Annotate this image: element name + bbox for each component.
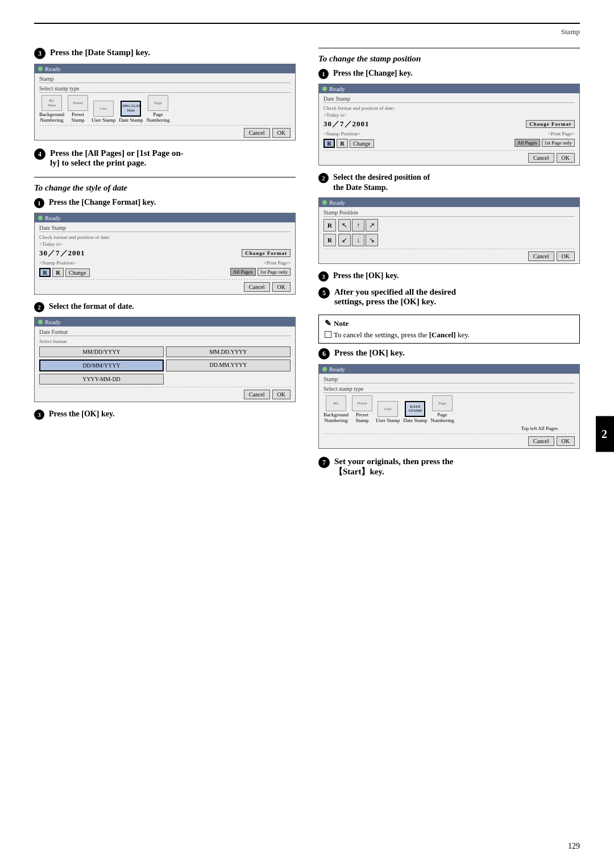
- change-btn1[interactable]: Change: [65, 268, 90, 277]
- step4-block: 4 Press the [All Pages] or [1st Page on-…: [34, 148, 296, 168]
- right-sub2-text: Select the desired position ofthe Date S…: [333, 172, 430, 193]
- right-sub2: 2 Select the desired position ofthe Date…: [318, 172, 580, 193]
- arrow-topright[interactable]: ↗: [366, 219, 378, 232]
- sub-step1-text: Press the [Change Format] key.: [49, 197, 156, 208]
- date-stamp-content1: Date Stamp Check format and position of …: [39, 225, 291, 277]
- spa-r-label1: R: [323, 219, 336, 232]
- step4-number: 4: [34, 148, 45, 160]
- fmt-dd-dot-mm-yyyy[interactable]: DD.MM.YYYY: [166, 359, 291, 371]
- right-sub1-num: 1: [318, 69, 329, 79]
- dsp-1st-page[interactable]: 1st Page only: [542, 139, 575, 147]
- ready-dot3: [38, 320, 43, 324]
- stamp-ok-btn[interactable]: OK: [272, 128, 291, 138]
- fmt-mm-dd-yyyy[interactable]: MM/DD/YYYY: [39, 346, 164, 357]
- user-stamp-icon2: User User Stamp: [376, 401, 400, 423]
- fmt-mm-dot-dd-yyyy[interactable]: MM.DD.YYYY: [166, 346, 291, 357]
- ds-ok-btn1[interactable]: OK: [272, 282, 291, 292]
- arrow-down[interactable]: ↓: [352, 234, 364, 246]
- stamp-selection-dialog2: Ready Stamp Select stamp type BG Backgro…: [318, 364, 580, 449]
- format-grid: MM/DD/YYYY MM.DD.YYYY DD/MM/YYYY DD.MM.Y…: [39, 346, 291, 385]
- dsp-r-active: R: [323, 139, 335, 148]
- stamp-dialog2-title: Ready: [319, 365, 579, 374]
- note-text: To cancel the settings, press the [Cance…: [334, 330, 470, 340]
- spa-rows: R ↖ ↑ ↗ R ↙ ↓ ↘: [323, 219, 378, 246]
- right-top-divider: [318, 48, 580, 48]
- arrow-up[interactable]: ↑: [352, 219, 364, 232]
- ds-date1: 30／7／2001 Change Format: [39, 248, 291, 258]
- arrow-botleft[interactable]: ↙: [338, 234, 351, 246]
- dsp-change-btn[interactable]: Change: [350, 139, 374, 148]
- ready-indicator: [38, 67, 43, 71]
- spa-arrows1: ↖ ↑ ↗: [338, 219, 378, 232]
- ready-label3: Ready: [45, 319, 61, 325]
- ds-check1: Check format and position of date:: [39, 234, 291, 240]
- note-icon: ✎: [325, 319, 331, 328]
- right-sub1-text: Press the [Change] key.: [333, 68, 413, 78]
- r-buttons1: R R Change: [39, 268, 90, 277]
- stamp-cancel-btn[interactable]: Cancel: [244, 128, 270, 138]
- stamp2-cancel-btn[interactable]: Cancel: [528, 436, 554, 446]
- arrow-topleft[interactable]: ↖: [338, 219, 351, 232]
- sub-step2-text: Select the format of date.: [49, 301, 134, 312]
- stamp2-ok-btn[interactable]: OK: [557, 436, 575, 446]
- dsp-change-fmt-btn[interactable]: Change Format: [526, 120, 575, 128]
- note-suffix: key.: [456, 330, 470, 339]
- page-btns1: All Pages 1st Page only: [230, 268, 291, 276]
- dsp-ok-btn[interactable]: OK: [557, 153, 575, 163]
- right-column: To change the stamp position 1 Press the…: [318, 48, 580, 485]
- step3-heading: 3 Press the [Date Stamp] key.: [34, 48, 296, 59]
- note-cancel-word: [Cancel]: [429, 330, 456, 339]
- dsp-btns: Cancel OK: [323, 150, 575, 163]
- step7-block: 7 Set your originals, then press the 【St…: [318, 457, 580, 477]
- stamp-icons-row2: BG BackgroundNumbering Preset PresetStam…: [323, 395, 575, 423]
- all-pages-btn1[interactable]: All Pages: [230, 268, 256, 276]
- sub-step1: 1 Press the [Change Format] key.: [34, 197, 296, 208]
- dsp-check: Check format and position of date:: [323, 105, 575, 111]
- step4-heading: 4 Press the [All Pages] or [1st Page on-…: [34, 148, 296, 168]
- print-page-label1: <Print Page>: [264, 260, 291, 266]
- change-style-heading: To change the style of date: [34, 183, 296, 193]
- dsp-all-pages[interactable]: All Pages: [515, 139, 540, 147]
- sub-step3: 3 Press the [OK] key.: [34, 409, 296, 420]
- format-ok-btn[interactable]: OK: [272, 390, 291, 399]
- stamp-pos-label1: <Stamp Position>: [39, 260, 76, 266]
- note-box: ✎ Note To cancel the settings, press the…: [318, 315, 580, 344]
- stamp-dialog-buttons: Cancel OK: [39, 125, 291, 138]
- format-cancel-btn[interactable]: Cancel: [244, 390, 270, 399]
- date-stamp-icon: 2001.12.24Date Date Stamp: [119, 101, 143, 123]
- page-number: 129: [568, 842, 580, 851]
- ready-dot-r1: [322, 86, 327, 91]
- spa-cancel-btn[interactable]: Cancel: [528, 251, 554, 261]
- page-num-label: PageNumbering: [147, 111, 170, 123]
- note-label: Note: [334, 319, 349, 328]
- step5-text: After you specified all the desired sett…: [334, 287, 456, 307]
- ds-today1: <Today is>: [39, 241, 291, 247]
- ready-dot-r3: [322, 367, 327, 371]
- 1st-page-btn1[interactable]: 1st Page only: [258, 268, 291, 276]
- spa-arrows2: ↙ ↓ ↘: [338, 234, 378, 246]
- right-sub1: 1 Press the [Change] key.: [318, 68, 580, 79]
- dsp-print-label: <Print Page>: [548, 131, 575, 137]
- arrow-botright[interactable]: ↘: [366, 234, 378, 246]
- spa-title: Ready: [319, 198, 579, 207]
- user-stamp-icon: User User Stamp: [92, 101, 115, 123]
- step4-text: Press the [All Pages] or [1st Page on- l…: [50, 148, 184, 168]
- stamp2-type-label: Stamp: [323, 376, 575, 383]
- date-stamp-icon2: DATESTAMP Date Stamp: [403, 401, 427, 423]
- top-divider: [34, 23, 580, 24]
- pos-controls1: R R Change All Pages 1st Page only: [39, 267, 291, 277]
- stamp-dialog-title: Ready: [35, 64, 295, 73]
- date-stamp-img2: DATESTAMP: [405, 401, 425, 417]
- ds-cancel-btn1[interactable]: Cancel: [244, 282, 270, 292]
- step3-text: Press the [Date Stamp] key.: [50, 48, 150, 57]
- dsp-cancel-btn[interactable]: Cancel: [528, 153, 554, 163]
- date-format-title1: Ready: [35, 213, 295, 222]
- fmt-dd-mm-yyyy[interactable]: DD/MM/YYYY: [39, 359, 164, 371]
- dsp-controls: R R Change All Pages 1st Page only: [323, 138, 575, 148]
- change-format-btn1[interactable]: Change Format: [242, 249, 291, 257]
- spa-ok-btn[interactable]: OK: [557, 251, 575, 261]
- user-stamp-img: User: [93, 101, 114, 117]
- r-btn2: R: [52, 268, 64, 277]
- fmt-yyyy-mm-dd[interactable]: YYYY-MM-DD: [39, 374, 164, 385]
- page-num-icon: Page PageNumbering: [147, 95, 170, 123]
